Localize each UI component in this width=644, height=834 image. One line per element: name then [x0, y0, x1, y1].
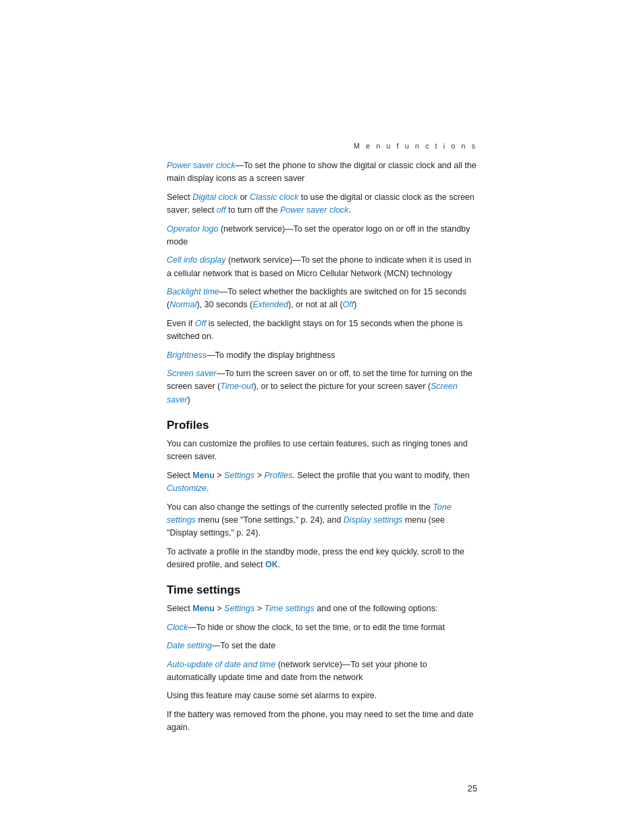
link-off-1[interactable]: off [217, 205, 226, 215]
para-screen-saver: Screen saver—To turn the screen saver on… [167, 367, 477, 407]
text-period-1: . [348, 205, 350, 215]
link-extended[interactable]: Extended [252, 300, 288, 309]
link-brightness[interactable]: Brightness [167, 350, 207, 360]
text-select-menu: Select [167, 471, 192, 480]
link-digital-clock[interactable]: Digital clock [192, 192, 238, 202]
text-select-2: Select [167, 604, 192, 613]
para-cell-info: Cell info display (network service)—To s… [167, 254, 477, 280]
para-brightness: Brightness—To modify the display brightn… [167, 349, 477, 362]
link-customize[interactable]: Customize [167, 484, 207, 493]
link-display-settings[interactable]: Display settings [344, 515, 403, 525]
link-operator-logo[interactable]: Operator logo [167, 224, 218, 234]
link-power-saver-clock-2[interactable]: Power saver clock [280, 205, 348, 215]
text-or: or [238, 192, 250, 202]
para-power-saver: Power saver clock—To set the phone to sh… [167, 159, 477, 186]
link-off-2[interactable]: Off [343, 300, 354, 309]
link-menu-1[interactable]: Menu [192, 471, 215, 480]
link-settings-2[interactable]: Settings [224, 604, 254, 613]
para-profiles-3: You can also change the settings of the … [167, 501, 477, 540]
text-battery: If the battery was removed from the phon… [167, 710, 473, 732]
para-backlight: Backlight time—To select whether the bac… [167, 286, 477, 312]
para-battery: If the battery was removed from the phon… [167, 708, 477, 735]
link-clock[interactable]: Clock [167, 623, 188, 632]
link-backlight[interactable]: Backlight time [167, 287, 219, 296]
text-even-if: Even if [167, 319, 195, 328]
content-area: M e n u f u n c t i o n s Power saver cl… [167, 0, 477, 793]
para-clock-select: Select Digital clock or Classic clock to… [167, 191, 477, 217]
page-number: 25 [468, 783, 477, 793]
para-profiles-2: Select Menu > Settings > Profiles. Selec… [167, 469, 477, 496]
text-brightness: —To modify the display brightness [207, 350, 335, 360]
text-30: ), 30 seconds ( [196, 300, 252, 309]
text-following: and one of the following options: [315, 604, 438, 613]
para-even-if: Even if Off is selected, the backlight s… [167, 317, 477, 344]
para-alarms: Using this feature may cause some set al… [167, 689, 477, 702]
text-gt-2: > [254, 471, 264, 480]
text-tone-menu: menu (see "Tone settings," p. 24), and [196, 515, 344, 525]
time-settings-heading: Time settings [167, 583, 477, 597]
menu-header: M e n u f u n c t i o n s [167, 142, 477, 150]
para-auto-update: Auto-update of date and time (network se… [167, 658, 477, 685]
text-date: —To set the date [212, 641, 276, 650]
para-clock: Clock—To hide or show the clock, to set … [167, 621, 477, 634]
link-time-settings[interactable]: Time settings [265, 604, 315, 613]
text-backlight-stays: is selected, the backlight stays on for … [167, 319, 462, 341]
text-close-paren-2: ) [188, 395, 190, 405]
link-ok[interactable]: OK [265, 560, 278, 569]
text-period-2: . [207, 484, 209, 493]
text-select: Select [167, 192, 192, 202]
para-profiles-1: You can customize the profiles to use ce… [167, 438, 477, 464]
link-classic-clock[interactable]: Classic clock [250, 192, 298, 202]
text-alarms: Using this feature may cause some set al… [167, 691, 377, 700]
text-gt-1: > [215, 471, 224, 480]
text-close-paren: ) [354, 300, 356, 309]
link-date-setting[interactable]: Date setting [167, 641, 212, 650]
link-screen-saver[interactable]: Screen saver [167, 369, 217, 378]
text-or-not: ), or not at all ( [288, 300, 343, 309]
para-date: Date setting—To set the date [167, 640, 477, 652]
para-profiles-4: To activate a profile in the standby mod… [167, 546, 477, 572]
text-select-profile: . Select the profile that you want to mo… [292, 471, 469, 480]
text-also-change: You can also change the settings of the … [167, 502, 433, 512]
text-gt-4: > [254, 604, 264, 613]
link-normal[interactable]: Normal [169, 300, 196, 309]
link-menu-2[interactable]: Menu [192, 604, 215, 613]
link-profiles[interactable]: Profiles [265, 471, 293, 480]
page-container: M e n u f u n c t i o n s Power saver cl… [0, 0, 644, 834]
text-turn-off: to turn off the [226, 205, 280, 215]
link-cell-info[interactable]: Cell info display [167, 255, 226, 265]
text-clock: —To hide or show the clock, to set the t… [188, 623, 445, 632]
text-period-3: . [278, 560, 280, 569]
text-gt-3: > [215, 604, 224, 613]
link-timeout[interactable]: Time-out [220, 382, 253, 391]
text-activate-profile: To activate a profile in the standby mod… [167, 547, 464, 569]
link-power-saver-clock[interactable]: Power saver clock [167, 161, 235, 170]
text-profiles-customize: You can customize the profiles to use ce… [167, 439, 468, 461]
link-settings-1[interactable]: Settings [224, 471, 254, 480]
para-time-1: Select Menu > Settings > Time settings a… [167, 602, 477, 615]
text-or-select: ), or to select the picture for your scr… [253, 382, 431, 391]
link-off-3[interactable]: Off [195, 319, 207, 328]
profiles-heading: Profiles [167, 419, 477, 432]
link-auto-update[interactable]: Auto-update of date and time [167, 660, 275, 669]
para-operator-logo: Operator logo (network service)—To set t… [167, 223, 477, 249]
